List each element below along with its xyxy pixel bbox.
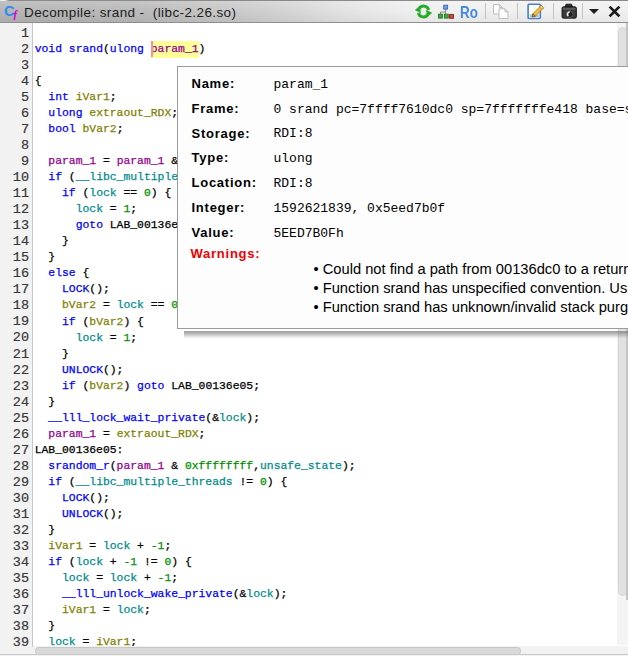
svg-text:f: f (13, 9, 18, 20)
